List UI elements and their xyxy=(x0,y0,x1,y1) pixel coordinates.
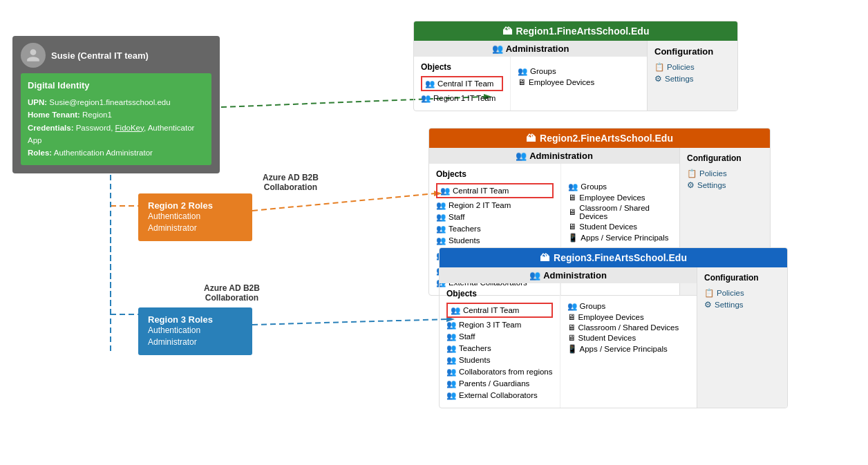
digital-identity-box: Digital Identity UPN: Susie@region1.fine… xyxy=(21,73,211,165)
tenant1-central-team: 👥 Central IT Team xyxy=(421,76,503,91)
tenant1-settings: ⚙ Settings xyxy=(654,74,730,84)
region2-roles-box: Region 2 Roles AuthenticationAdministrat… xyxy=(138,193,252,241)
tenant2-header: 🏔 Region2.FineArtsSchool.Edu xyxy=(429,129,770,148)
tenant2-admin-header: 👥 Administration xyxy=(429,148,679,164)
svg-line-9 xyxy=(252,319,448,325)
tenant2-policies: 📋 Policies xyxy=(687,169,763,178)
svg-line-2 xyxy=(252,193,435,211)
susie-header: Susie (Central IT team) xyxy=(21,43,211,68)
tenant1-policies: 📋 Policies xyxy=(654,62,730,72)
b2b-label-1: Azure AD B2BCollaboration xyxy=(263,173,319,192)
tenant3-admin-header: 👥 Administration xyxy=(440,267,697,283)
tenant1-region1-it: 👥 Region 1 IT Team xyxy=(421,93,503,103)
avatar xyxy=(21,43,46,68)
tenant3-policies: 📋 Policies xyxy=(704,288,780,298)
tenant1-admin-header: 👥 Administration xyxy=(414,41,647,57)
tenant3-panel: 🏔 Region3.FineArtsSchool.Edu 👥 Administr… xyxy=(439,247,788,408)
susie-card: Susie (Central IT team) Digital Identity… xyxy=(12,36,220,173)
tenant1-groups: 👥 Groups xyxy=(518,66,594,76)
tenant3-settings: ⚙ Settings xyxy=(704,300,780,310)
b2b-label-2: Azure AD B2BCollaboration xyxy=(204,283,260,303)
tenant1-employee-devices: 🖥 Employee Devices xyxy=(518,78,594,86)
tenant1-header: 🏔 Region1.FineArtsSchool.Edu xyxy=(414,21,737,41)
region3-roles-box: Region 3 Roles AuthenticationAdministrat… xyxy=(138,307,252,355)
tenant1-panel: 🏔 Region1.FineArtsSchool.Edu 👥 Administr… xyxy=(413,21,738,111)
tenant3-central-team: 👥 Central IT Team xyxy=(446,303,553,318)
tenant3-header: 🏔 Region3.FineArtsSchool.Edu xyxy=(440,248,787,267)
diagram-container: Susie (Central IT team) Digital Identity… xyxy=(0,0,868,465)
tenant2-settings: ⚙ Settings xyxy=(687,180,763,190)
tenant2-central-team: 👥 Central IT Team xyxy=(436,183,554,198)
